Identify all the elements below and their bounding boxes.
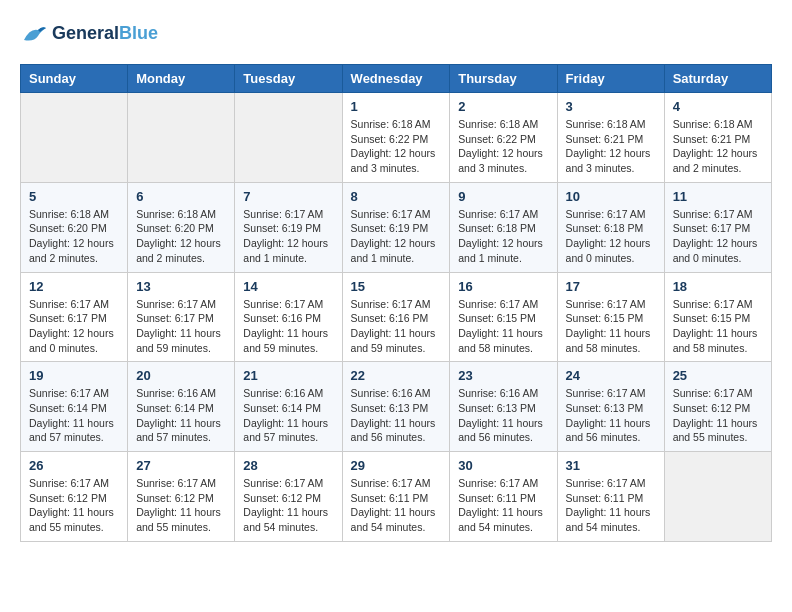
calendar-cell: 4Sunrise: 6:18 AMSunset: 6:21 PMDaylight… xyxy=(664,93,771,183)
calendar-cell: 27Sunrise: 6:17 AMSunset: 6:12 PMDayligh… xyxy=(128,452,235,542)
day-number: 13 xyxy=(136,279,226,294)
day-info: Sunrise: 6:17 AMSunset: 6:14 PMDaylight:… xyxy=(29,386,119,445)
calendar-cell: 15Sunrise: 6:17 AMSunset: 6:16 PMDayligh… xyxy=(342,272,450,362)
day-number: 28 xyxy=(243,458,333,473)
calendar-cell xyxy=(128,93,235,183)
day-number: 5 xyxy=(29,189,119,204)
calendar-cell: 1Sunrise: 6:18 AMSunset: 6:22 PMDaylight… xyxy=(342,93,450,183)
calendar-cell: 12Sunrise: 6:17 AMSunset: 6:17 PMDayligh… xyxy=(21,272,128,362)
day-number: 7 xyxy=(243,189,333,204)
day-number: 25 xyxy=(673,368,763,383)
calendar-cell: 26Sunrise: 6:17 AMSunset: 6:12 PMDayligh… xyxy=(21,452,128,542)
day-info: Sunrise: 6:17 AMSunset: 6:17 PMDaylight:… xyxy=(136,297,226,356)
day-number: 18 xyxy=(673,279,763,294)
day-info: Sunrise: 6:16 AMSunset: 6:14 PMDaylight:… xyxy=(243,386,333,445)
calendar-cell: 25Sunrise: 6:17 AMSunset: 6:12 PMDayligh… xyxy=(664,362,771,452)
calendar-week-row: 5Sunrise: 6:18 AMSunset: 6:20 PMDaylight… xyxy=(21,182,772,272)
day-info: Sunrise: 6:17 AMSunset: 6:19 PMDaylight:… xyxy=(351,207,442,266)
calendar-week-row: 26Sunrise: 6:17 AMSunset: 6:12 PMDayligh… xyxy=(21,452,772,542)
day-info: Sunrise: 6:17 AMSunset: 6:11 PMDaylight:… xyxy=(566,476,656,535)
weekday-header: Saturday xyxy=(664,65,771,93)
day-number: 12 xyxy=(29,279,119,294)
weekday-header: Tuesday xyxy=(235,65,342,93)
day-number: 14 xyxy=(243,279,333,294)
day-info: Sunrise: 6:17 AMSunset: 6:13 PMDaylight:… xyxy=(566,386,656,445)
calendar-cell: 29Sunrise: 6:17 AMSunset: 6:11 PMDayligh… xyxy=(342,452,450,542)
calendar-cell xyxy=(664,452,771,542)
calendar-cell xyxy=(235,93,342,183)
calendar-cell: 31Sunrise: 6:17 AMSunset: 6:11 PMDayligh… xyxy=(557,452,664,542)
day-info: Sunrise: 6:18 AMSunset: 6:22 PMDaylight:… xyxy=(458,117,548,176)
day-number: 29 xyxy=(351,458,442,473)
day-number: 10 xyxy=(566,189,656,204)
calendar-cell: 11Sunrise: 6:17 AMSunset: 6:17 PMDayligh… xyxy=(664,182,771,272)
calendar-cell: 6Sunrise: 6:18 AMSunset: 6:20 PMDaylight… xyxy=(128,182,235,272)
calendar-cell: 30Sunrise: 6:17 AMSunset: 6:11 PMDayligh… xyxy=(450,452,557,542)
day-info: Sunrise: 6:17 AMSunset: 6:15 PMDaylight:… xyxy=(458,297,548,356)
day-number: 21 xyxy=(243,368,333,383)
day-info: Sunrise: 6:17 AMSunset: 6:18 PMDaylight:… xyxy=(566,207,656,266)
weekday-header: Monday xyxy=(128,65,235,93)
day-info: Sunrise: 6:17 AMSunset: 6:18 PMDaylight:… xyxy=(458,207,548,266)
day-number: 4 xyxy=(673,99,763,114)
calendar-cell: 3Sunrise: 6:18 AMSunset: 6:21 PMDaylight… xyxy=(557,93,664,183)
calendar-cell: 5Sunrise: 6:18 AMSunset: 6:20 PMDaylight… xyxy=(21,182,128,272)
logo-icon xyxy=(20,20,48,48)
day-number: 20 xyxy=(136,368,226,383)
day-info: Sunrise: 6:16 AMSunset: 6:14 PMDaylight:… xyxy=(136,386,226,445)
calendar-week-row: 19Sunrise: 6:17 AMSunset: 6:14 PMDayligh… xyxy=(21,362,772,452)
calendar-cell: 7Sunrise: 6:17 AMSunset: 6:19 PMDaylight… xyxy=(235,182,342,272)
page-header: GeneralBlue xyxy=(20,20,772,48)
day-info: Sunrise: 6:18 AMSunset: 6:20 PMDaylight:… xyxy=(29,207,119,266)
day-number: 9 xyxy=(458,189,548,204)
calendar-cell: 28Sunrise: 6:17 AMSunset: 6:12 PMDayligh… xyxy=(235,452,342,542)
day-info: Sunrise: 6:17 AMSunset: 6:12 PMDaylight:… xyxy=(136,476,226,535)
calendar-cell: 24Sunrise: 6:17 AMSunset: 6:13 PMDayligh… xyxy=(557,362,664,452)
calendar-cell: 20Sunrise: 6:16 AMSunset: 6:14 PMDayligh… xyxy=(128,362,235,452)
calendar-cell: 19Sunrise: 6:17 AMSunset: 6:14 PMDayligh… xyxy=(21,362,128,452)
calendar-week-row: 1Sunrise: 6:18 AMSunset: 6:22 PMDaylight… xyxy=(21,93,772,183)
day-number: 11 xyxy=(673,189,763,204)
day-info: Sunrise: 6:18 AMSunset: 6:22 PMDaylight:… xyxy=(351,117,442,176)
calendar-cell: 14Sunrise: 6:17 AMSunset: 6:16 PMDayligh… xyxy=(235,272,342,362)
day-number: 19 xyxy=(29,368,119,383)
day-number: 17 xyxy=(566,279,656,294)
weekday-header-row: SundayMondayTuesdayWednesdayThursdayFrid… xyxy=(21,65,772,93)
day-info: Sunrise: 6:17 AMSunset: 6:15 PMDaylight:… xyxy=(673,297,763,356)
day-info: Sunrise: 6:18 AMSunset: 6:20 PMDaylight:… xyxy=(136,207,226,266)
calendar-cell: 8Sunrise: 6:17 AMSunset: 6:19 PMDaylight… xyxy=(342,182,450,272)
calendar-cell: 9Sunrise: 6:17 AMSunset: 6:18 PMDaylight… xyxy=(450,182,557,272)
day-info: Sunrise: 6:17 AMSunset: 6:17 PMDaylight:… xyxy=(673,207,763,266)
calendar-week-row: 12Sunrise: 6:17 AMSunset: 6:17 PMDayligh… xyxy=(21,272,772,362)
logo: GeneralBlue xyxy=(20,20,158,48)
calendar-cell: 10Sunrise: 6:17 AMSunset: 6:18 PMDayligh… xyxy=(557,182,664,272)
day-info: Sunrise: 6:16 AMSunset: 6:13 PMDaylight:… xyxy=(458,386,548,445)
day-info: Sunrise: 6:17 AMSunset: 6:16 PMDaylight:… xyxy=(351,297,442,356)
calendar-cell: 18Sunrise: 6:17 AMSunset: 6:15 PMDayligh… xyxy=(664,272,771,362)
day-info: Sunrise: 6:18 AMSunset: 6:21 PMDaylight:… xyxy=(566,117,656,176)
day-number: 6 xyxy=(136,189,226,204)
day-info: Sunrise: 6:17 AMSunset: 6:17 PMDaylight:… xyxy=(29,297,119,356)
calendar-cell: 13Sunrise: 6:17 AMSunset: 6:17 PMDayligh… xyxy=(128,272,235,362)
day-number: 3 xyxy=(566,99,656,114)
calendar-cell: 21Sunrise: 6:16 AMSunset: 6:14 PMDayligh… xyxy=(235,362,342,452)
day-info: Sunrise: 6:17 AMSunset: 6:19 PMDaylight:… xyxy=(243,207,333,266)
calendar-table: SundayMondayTuesdayWednesdayThursdayFrid… xyxy=(20,64,772,542)
day-number: 30 xyxy=(458,458,548,473)
weekday-header: Sunday xyxy=(21,65,128,93)
day-number: 15 xyxy=(351,279,442,294)
day-info: Sunrise: 6:17 AMSunset: 6:15 PMDaylight:… xyxy=(566,297,656,356)
calendar-cell xyxy=(21,93,128,183)
calendar-cell: 22Sunrise: 6:16 AMSunset: 6:13 PMDayligh… xyxy=(342,362,450,452)
day-info: Sunrise: 6:17 AMSunset: 6:11 PMDaylight:… xyxy=(351,476,442,535)
day-info: Sunrise: 6:17 AMSunset: 6:12 PMDaylight:… xyxy=(673,386,763,445)
day-info: Sunrise: 6:17 AMSunset: 6:12 PMDaylight:… xyxy=(29,476,119,535)
calendar-cell: 17Sunrise: 6:17 AMSunset: 6:15 PMDayligh… xyxy=(557,272,664,362)
day-number: 23 xyxy=(458,368,548,383)
day-number: 27 xyxy=(136,458,226,473)
day-number: 16 xyxy=(458,279,548,294)
day-info: Sunrise: 6:17 AMSunset: 6:11 PMDaylight:… xyxy=(458,476,548,535)
day-number: 1 xyxy=(351,99,442,114)
weekday-header: Friday xyxy=(557,65,664,93)
day-number: 26 xyxy=(29,458,119,473)
